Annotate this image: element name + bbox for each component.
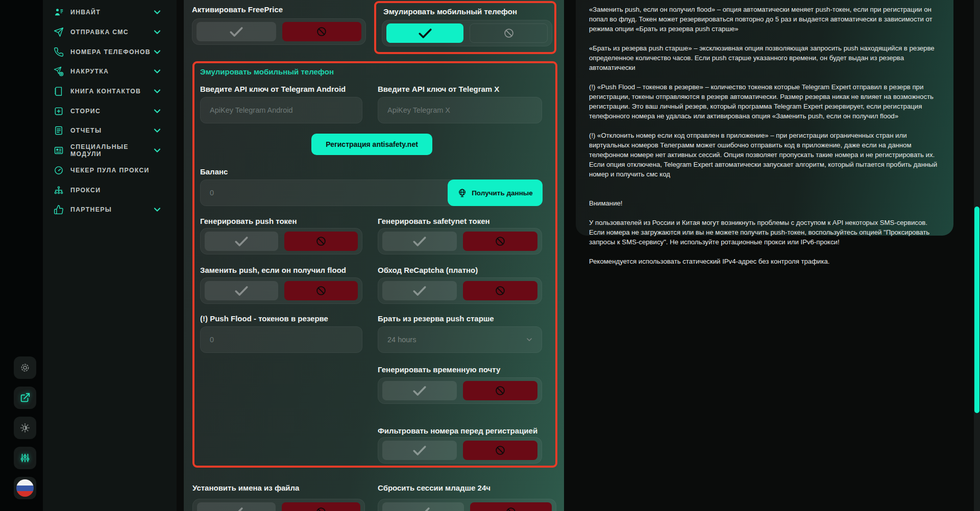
safetynet-token-toggle[interactable] (378, 228, 542, 254)
settings-button[interactable] (14, 356, 36, 379)
sidebar-item-phone-numbers[interactable]: НОМЕРА ТЕЛЕФОНОВ (43, 42, 177, 62)
accept-button[interactable] (382, 232, 457, 251)
accept-button[interactable] (382, 381, 457, 400)
chevron-down-icon (152, 106, 162, 116)
api-android-label: Введите API ключ от Telegram Android (200, 85, 346, 93)
sidebar-item-label: ОТПРАВКА СМС (70, 29, 152, 36)
telegram-expert-settings-screen: ИНВАЙТ ОТПРАВКА СМС НОМЕРА ТЕЛЕФОНОВ НАК… (0, 0, 980, 511)
accept-button[interactable] (197, 502, 276, 511)
check-icon (416, 506, 430, 511)
chevron-down-icon (525, 336, 533, 344)
page-scrollbar-track[interactable] (974, 0, 980, 511)
deny-icon (314, 236, 328, 247)
deny-icon (314, 285, 328, 296)
sidebar-item-proxy[interactable]: ПРОКСИ (43, 180, 177, 200)
deny-icon (493, 236, 507, 247)
push-flood-input[interactable] (200, 326, 362, 353)
register-antisafety-button[interactable]: Регистрация antisafety.net (311, 134, 432, 155)
check-icon (412, 445, 427, 456)
api-android-input[interactable] (200, 97, 362, 123)
accept-button[interactable] (205, 281, 278, 300)
sidebar-item-reports[interactable]: ОТЧЕТЫ (43, 121, 177, 141)
left-icon-rail (0, 0, 43, 511)
fetch-data-button[interactable]: Получить данные (448, 180, 543, 206)
language-button[interactable] (14, 477, 36, 499)
chevron-down-icon (152, 66, 162, 76)
reserve-age-value: 24 hours (387, 336, 416, 344)
sidebar-item-send-sms[interactable]: ОТПРАВКА СМС (43, 22, 177, 42)
chevron-down-icon (152, 7, 162, 17)
sidebar-item-proxy-pool-checker[interactable]: ЧЕКЕР ПУЛА ПРОКСИ (43, 161, 177, 181)
sidebar-item-label: КНИГА КОНТАКТОВ (70, 88, 152, 95)
deny-button[interactable] (282, 22, 362, 41)
replace-push-label: Заменить push, если он получил flood (200, 266, 346, 274)
replace-push-toggle[interactable] (200, 277, 362, 304)
deny-icon (314, 26, 329, 37)
preferences-button[interactable] (14, 447, 36, 469)
sidebar-item-contact-book[interactable]: КНИГА КОНТАКТОВ (43, 82, 177, 101)
accept-button[interactable] (382, 281, 457, 300)
push-token-toggle[interactable] (200, 228, 362, 254)
sidebar-item-invite[interactable]: ИНВАЙТ (43, 3, 177, 22)
set-names-toggle[interactable] (192, 499, 365, 511)
temp-mail-label: Генерировать временную почту (378, 365, 500, 374)
chevron-down-icon (152, 205, 162, 215)
sidebar-item-boosting[interactable]: НАКРУТКА (43, 62, 177, 82)
sidebar-item-label: ИНВАЙТ (70, 9, 152, 16)
deny-button[interactable] (470, 502, 552, 511)
chevron-down-icon (152, 145, 162, 156)
freeprice-toggle[interactable] (192, 18, 366, 45)
sidebar-item-label: ПРОКСИ (70, 187, 162, 194)
deny-icon (502, 28, 516, 39)
help-paragraph: (!) «Отклонить номер если код отправлен … (589, 131, 938, 179)
accept-button[interactable] (386, 23, 463, 43)
api-x-input[interactable] (378, 97, 542, 123)
deny-button[interactable] (463, 281, 537, 300)
emulate-switch-toggle[interactable] (382, 20, 552, 46)
accept-button[interactable] (205, 232, 278, 251)
deny-button[interactable] (463, 441, 537, 460)
chevron-down-icon (152, 47, 162, 57)
deny-button[interactable] (284, 281, 358, 300)
book-icon (54, 86, 64, 96)
sidebar-item-special-modules[interactable]: СПЕЦИАЛЬНЫЕ МОДУЛИ (43, 141, 177, 161)
deny-button[interactable] (463, 381, 537, 400)
accept-button[interactable] (382, 502, 464, 511)
deny-button[interactable] (284, 232, 358, 251)
russia-flag-icon (16, 479, 34, 497)
recaptcha-bypass-toggle[interactable] (378, 277, 542, 304)
balance-label: Баланс (200, 167, 228, 176)
deny-icon (493, 385, 507, 396)
check-icon (412, 385, 427, 396)
sidebar-item-partners[interactable]: ПАРТНЕРЫ (43, 200, 177, 220)
deny-button[interactable] (470, 23, 548, 43)
reset-sessions-label: Сбросить сессии младше 24ч (378, 483, 491, 492)
deny-button[interactable] (463, 232, 537, 251)
phone-icon (54, 47, 64, 57)
temp-mail-toggle[interactable] (378, 377, 542, 404)
reserve-age-select[interactable]: 24 hours (378, 326, 542, 353)
plus-square-icon (54, 106, 64, 116)
page-scrollbar-thumb[interactable] (974, 207, 979, 413)
help-paragraph: «Брать из резерва push старше» – эксклюз… (589, 43, 938, 72)
paper-plane-plus-icon (54, 66, 64, 76)
theme-brightness-button[interactable] (14, 417, 36, 439)
sidebar-item-label: СТОРИС (70, 108, 152, 115)
filter-numbers-toggle[interactable] (378, 437, 542, 464)
accept-button[interactable] (197, 22, 276, 41)
reset-sessions-toggle[interactable] (378, 499, 556, 511)
filter-numbers-label: Фильтровать номера перед регистрацией (378, 426, 537, 435)
deny-icon (504, 506, 518, 511)
thumbs-up-icon (54, 205, 64, 215)
settings-panel: Активировать FreePrice Эмулировать мобил… (184, 0, 564, 511)
api-x-label: Введите API ключ от Telegram X (378, 85, 499, 93)
help-paragraph: У пользователей из России и Китая могут … (589, 218, 938, 247)
sidebar-item-label: ПАРТНЕРЫ (70, 206, 152, 213)
check-icon (418, 28, 432, 39)
accept-button[interactable] (382, 441, 457, 460)
sidebar-item-stories[interactable]: СТОРИС (43, 101, 177, 121)
open-external-button[interactable] (14, 387, 36, 409)
deny-button[interactable] (282, 502, 360, 511)
gear-icon (19, 362, 31, 373)
invite-user-icon (54, 7, 64, 17)
